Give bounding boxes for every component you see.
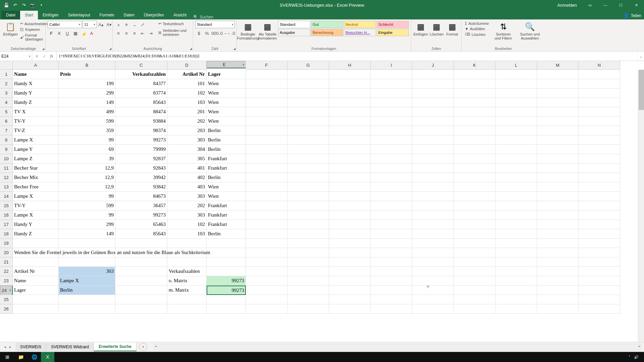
- cell-B26[interactable]: [59, 304, 115, 314]
- cell-B16[interactable]: 99: [59, 210, 115, 220]
- cell-L15[interactable]: [495, 201, 537, 210]
- cell-L10[interactable]: [495, 154, 537, 164]
- cell-N26[interactable]: [579, 304, 620, 314]
- row-header-17[interactable]: 17: [0, 220, 13, 229]
- italic-button[interactable]: K: [56, 29, 63, 37]
- cell-I2[interactable]: [371, 79, 412, 88]
- sheet-tab-3[interactable]: Erweiterte Suche: [94, 343, 136, 351]
- cell-E4[interactable]: Wien: [207, 98, 246, 107]
- cell-E25[interactable]: [207, 295, 246, 304]
- cell-N17[interactable]: [579, 220, 620, 229]
- cell-H10[interactable]: [329, 154, 371, 164]
- cell-I24[interactable]: [371, 286, 412, 295]
- cell-A1[interactable]: Name: [13, 70, 59, 79]
- cell-M3[interactable]: [537, 88, 579, 98]
- cell-A22[interactable]: Artikel Nr: [13, 267, 59, 276]
- cell-M26[interactable]: [537, 304, 579, 314]
- share-button[interactable]: Teilen: [631, 13, 641, 18]
- row-header-11[interactable]: 11: [0, 164, 13, 173]
- cell-C18[interactable]: 85643: [115, 229, 167, 239]
- fx-icon[interactable]: fx: [48, 54, 55, 59]
- format-table-button[interactable]: ▦Als Tabelle formatieren: [259, 21, 277, 41]
- font-color-button[interactable]: A: [88, 29, 95, 37]
- cell-E17[interactable]: Frankfurt: [207, 220, 246, 229]
- conditional-format-button[interactable]: ▦Bedingte Formatierung: [239, 21, 257, 41]
- align-right-icon[interactable]: ≡: [131, 29, 138, 37]
- col-header-H[interactable]: H: [329, 61, 371, 70]
- cell-L9[interactable]: [495, 145, 537, 154]
- indent-inc-icon[interactable]: ⇥: [147, 29, 154, 37]
- undo-icon[interactable]: ↶: [11, 1, 19, 9]
- formula-input[interactable]: {=INDEX(C1:C18;VERGLEICH(B22&B23&B24;D1:…: [57, 52, 637, 61]
- cell-E24[interactable]: 99273: [207, 286, 246, 295]
- style-input[interactable]: Eingabe: [377, 29, 409, 36]
- cell-L21[interactable]: [495, 257, 537, 267]
- row-header-12[interactable]: 12: [0, 173, 13, 182]
- cell-N5[interactable]: [579, 107, 620, 117]
- cell-H5[interactable]: [329, 107, 371, 117]
- fill-color-button[interactable]: ◢: [80, 29, 87, 37]
- orientation-icon[interactable]: ⤢: [139, 21, 146, 28]
- cell-I8[interactable]: [371, 135, 412, 145]
- style-output[interactable]: Ausgabe: [278, 29, 310, 36]
- cell-J12[interactable]: [412, 173, 454, 182]
- cell-F13[interactable]: [246, 182, 287, 192]
- cell-D14[interactable]: 303: [167, 192, 207, 201]
- cell-B19[interactable]: [59, 239, 115, 248]
- cell-B22[interactable]: 303: [59, 267, 115, 276]
- cell-G4[interactable]: [287, 98, 329, 107]
- cell-L1[interactable]: [495, 70, 537, 79]
- cell-K7[interactable]: [454, 126, 495, 135]
- volume-icon[interactable]: 🔊: [634, 355, 639, 359]
- cell-G5[interactable]: [287, 107, 329, 117]
- cell-I15[interactable]: [371, 201, 412, 210]
- cell-M20[interactable]: [537, 248, 579, 257]
- cell-M22[interactable]: [537, 267, 579, 276]
- cell-E8[interactable]: Berlin: [207, 135, 246, 145]
- cell-G1[interactable]: [287, 70, 329, 79]
- cell-D18[interactable]: 103: [167, 229, 207, 239]
- start-button[interactable]: ⊞: [1, 352, 14, 362]
- cell-C17[interactable]: 65463: [115, 220, 167, 229]
- cell-C3[interactable]: 83774: [115, 88, 167, 98]
- cell-B12[interactable]: 12,9: [59, 173, 115, 182]
- cell-L11[interactable]: [495, 164, 537, 173]
- cell-D4[interactable]: 103: [167, 98, 207, 107]
- col-header-A[interactable]: A: [13, 61, 59, 70]
- cell-H25[interactable]: [329, 295, 371, 304]
- cell-M23[interactable]: [537, 276, 579, 286]
- cell-A12[interactable]: Becher Mix: [13, 173, 59, 182]
- cell-L3[interactable]: [495, 88, 537, 98]
- cell-J21[interactable]: [412, 257, 454, 267]
- qat-customize-icon[interactable]: ▾: [38, 1, 45, 9]
- row-header-15[interactable]: 15: [0, 201, 13, 210]
- bold-button[interactable]: F: [48, 29, 55, 37]
- cell-J13[interactable]: [412, 182, 454, 192]
- cell-F12[interactable]: [246, 173, 287, 182]
- cell-G19[interactable]: [287, 239, 329, 248]
- cell-G17[interactable]: [287, 220, 329, 229]
- row-header-7[interactable]: 7: [0, 126, 13, 135]
- cell-C26[interactable]: [115, 304, 167, 314]
- cell-K21[interactable]: [454, 257, 495, 267]
- cell-A16[interactable]: Lampe X: [13, 210, 59, 220]
- cell-E10[interactable]: Frankfurt: [207, 154, 246, 164]
- cell-F26[interactable]: [246, 304, 287, 314]
- cell-J17[interactable]: [412, 220, 454, 229]
- cell-N3[interactable]: [579, 88, 620, 98]
- row-header-4[interactable]: 4: [0, 98, 13, 107]
- cell-D16[interactable]: 303: [167, 210, 207, 220]
- increase-font-icon[interactable]: A▴: [97, 21, 105, 28]
- cell-E9[interactable]: Berlin: [207, 145, 246, 154]
- cell-A5[interactable]: TV X: [13, 107, 59, 117]
- cell-G6[interactable]: [287, 117, 329, 126]
- cell-C21[interactable]: [115, 257, 167, 267]
- cell-A4[interactable]: Handy Z: [13, 98, 59, 107]
- column-headers[interactable]: ABCDEFGHIJKLMN: [13, 61, 620, 70]
- cell-D6[interactable]: 202: [167, 117, 207, 126]
- cell-C24[interactable]: [115, 286, 167, 295]
- cell-I20[interactable]: [371, 248, 412, 257]
- sheet-tab-2[interactable]: SVERWEIS Wildcard: [46, 343, 94, 351]
- dec-decimal-icon[interactable]: ←.0: [227, 29, 235, 37]
- name-box[interactable]: E24: [0, 52, 32, 61]
